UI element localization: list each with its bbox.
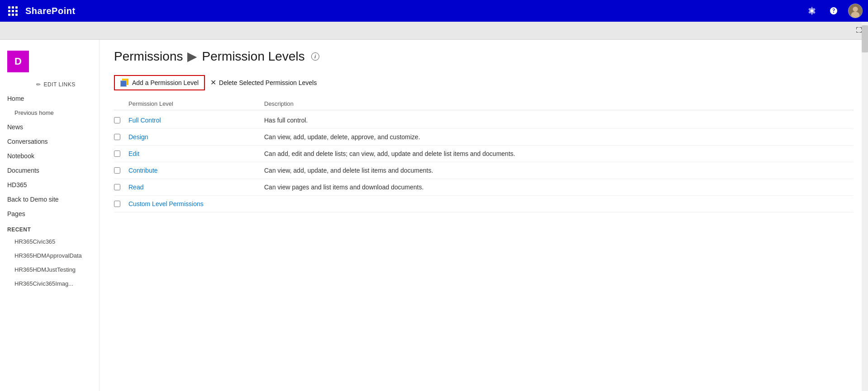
sidebar-recent-hr365civic365[interactable]: HR365Civic365 bbox=[0, 235, 99, 249]
row-checkbox-full-control[interactable] bbox=[114, 117, 120, 123]
row-checkbox-edit[interactable] bbox=[114, 151, 120, 157]
sidebar-navigation: Home Previous home News Conversations No… bbox=[0, 91, 99, 221]
breadcrumb-arrow: ▶ bbox=[187, 49, 197, 64]
help-icon[interactable] bbox=[826, 4, 841, 18]
table-header: Permission Level Description bbox=[114, 98, 854, 110]
header-desc-col: Description bbox=[264, 100, 854, 107]
level-cell-contribute: Contribute bbox=[128, 167, 264, 174]
header-check-col bbox=[114, 100, 128, 107]
level-cell-custom: Custom Level Permissions bbox=[128, 200, 264, 207]
table-row: Design Can view, add, update, delete, ap… bbox=[114, 129, 854, 146]
design-link[interactable]: Design bbox=[128, 133, 148, 141]
sidebar: D ✏ EDIT LINKS Home Previous home News C… bbox=[0, 40, 100, 391]
level-cell-design: Design bbox=[128, 133, 264, 141]
level-cell-edit: Edit bbox=[128, 150, 264, 157]
content-area: Permissions ▶ Permission Levels i Add a … bbox=[100, 40, 868, 391]
svg-point-1 bbox=[853, 7, 858, 12]
waffle-menu-icon[interactable] bbox=[5, 4, 20, 18]
info-icon[interactable]: i bbox=[311, 52, 319, 61]
row-checkbox-contribute[interactable] bbox=[114, 167, 120, 174]
table-row: Read Can view pages and list items and d… bbox=[114, 179, 854, 196]
sidebar-item-pages[interactable]: Pages bbox=[0, 207, 99, 221]
sidebar-item-back-to-demo[interactable]: Back to Demo site bbox=[0, 192, 99, 207]
settings-icon[interactable] bbox=[805, 4, 819, 18]
scroll-thumb[interactable] bbox=[862, 25, 868, 52]
page-title: Permissions ▶ Permission Levels i bbox=[114, 49, 854, 64]
recent-section-label: Recent bbox=[0, 221, 99, 235]
row-checkbox-cell bbox=[114, 201, 128, 207]
page-header: Permissions ▶ Permission Levels i bbox=[114, 49, 854, 64]
custom-level-link[interactable]: Custom Level Permissions bbox=[128, 200, 204, 207]
sidebar-recent-hr365hdmjusttesting[interactable]: HR365HDMJustTesting bbox=[0, 263, 99, 277]
header-level-col: Permission Level bbox=[128, 100, 264, 107]
sub-navigation bbox=[0, 22, 868, 40]
sidebar-item-conversations[interactable]: Conversations bbox=[0, 134, 99, 149]
brand-name: SharePoint bbox=[25, 6, 76, 16]
top-navigation: SharePoint bbox=[0, 0, 868, 22]
row-checkbox-cell bbox=[114, 134, 128, 140]
permissions-table: Permission Level Description Full Contro… bbox=[114, 98, 854, 212]
row-checkbox-read[interactable] bbox=[114, 184, 120, 190]
desc-cell-contribute: Can view, add, update, and delete list i… bbox=[264, 167, 854, 174]
table-row: Contribute Can view, add, update, and de… bbox=[114, 162, 854, 179]
row-checkbox-cell bbox=[114, 151, 128, 157]
top-nav-right bbox=[805, 4, 863, 18]
sidebar-recent-hr365hdmapproval[interactable]: HR365HDMApprovalData bbox=[0, 249, 99, 263]
delete-permission-levels-button[interactable]: ✕ Delete Selected Permission Levels bbox=[205, 75, 322, 90]
desc-cell-design: Can view, add, update, delete, approve, … bbox=[264, 133, 854, 141]
sidebar-item-home[interactable]: Home bbox=[0, 91, 99, 106]
pencil-icon: ✏ bbox=[36, 81, 41, 88]
add-permission-level-button[interactable]: Add a Permission Level bbox=[114, 75, 205, 90]
table-row: Custom Level Permissions bbox=[114, 196, 854, 212]
table-row: Edit Can add, edit and delete lists; can… bbox=[114, 146, 854, 162]
scrollbar[interactable] bbox=[862, 22, 868, 391]
sidebar-item-news[interactable]: News bbox=[0, 120, 99, 134]
sidebar-item-previous-home[interactable]: Previous home bbox=[0, 106, 99, 120]
edit-links-button[interactable]: ✏ EDIT LINKS bbox=[0, 80, 99, 91]
full-control-link[interactable]: Full Control bbox=[128, 117, 161, 124]
table-row: Full Control Has full control. bbox=[114, 112, 854, 129]
x-icon: ✕ bbox=[210, 78, 216, 87]
row-checkbox-design[interactable] bbox=[114, 134, 120, 140]
desc-cell-read: Can view pages and list items and downlo… bbox=[264, 184, 854, 191]
top-nav-left: SharePoint bbox=[5, 4, 805, 18]
sidebar-item-hd365[interactable]: HD365 bbox=[0, 178, 99, 192]
desc-cell-full-control: Has full control. bbox=[264, 117, 854, 124]
edit-link[interactable]: Edit bbox=[128, 150, 139, 157]
contribute-link[interactable]: Contribute bbox=[128, 167, 158, 174]
level-cell-read: Read bbox=[128, 184, 264, 191]
sidebar-item-documents[interactable]: Documents bbox=[0, 163, 99, 178]
desc-cell-edit: Can add, edit and delete lists; can view… bbox=[264, 150, 854, 157]
level-cell-full-control: Full Control bbox=[128, 117, 264, 124]
row-checkbox-custom[interactable] bbox=[114, 201, 120, 207]
row-checkbox-cell bbox=[114, 117, 128, 123]
row-checkbox-cell bbox=[114, 167, 128, 174]
site-logo-box: D bbox=[7, 51, 29, 72]
recent-navigation: HR365Civic365 HR365HDMApprovalData HR365… bbox=[0, 235, 99, 291]
row-checkbox-cell bbox=[114, 184, 128, 190]
main-layout: D ✏ EDIT LINKS Home Previous home News C… bbox=[0, 40, 868, 391]
user-avatar[interactable] bbox=[848, 4, 863, 18]
read-link[interactable]: Read bbox=[128, 184, 143, 191]
toolbar: Add a Permission Level ✕ Delete Selected… bbox=[114, 75, 854, 90]
sidebar-item-notebook[interactable]: Notebook bbox=[0, 149, 99, 163]
add-permission-icon bbox=[120, 79, 129, 87]
site-logo: D bbox=[0, 47, 99, 80]
sidebar-recent-hr365civic365image[interactable]: HR365Civic365Imag... bbox=[0, 277, 99, 291]
